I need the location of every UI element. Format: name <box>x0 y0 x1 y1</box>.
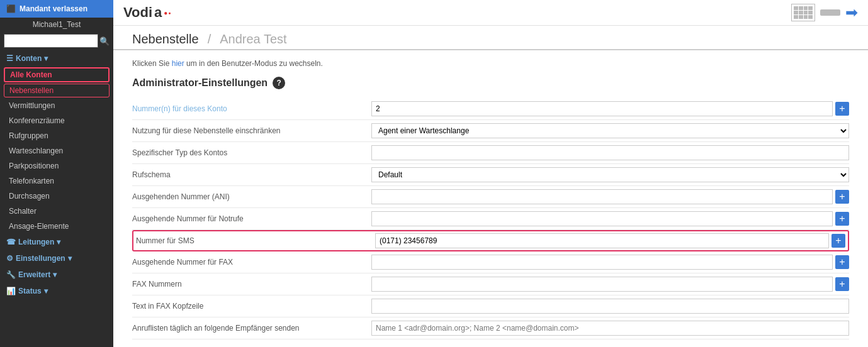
input-anruflisten[interactable] <box>371 321 849 336</box>
form-row-nummer: Nummer(n) für dieses Konto + <box>132 98 849 120</box>
form-row-sms: Nummer für SMS + <box>132 230 849 251</box>
form-control-fax-nummern: + <box>371 277 849 292</box>
input-ani[interactable] <box>371 189 833 204</box>
mandant-verlassen-button[interactable]: ⬛ Mandant verlassen <box>0 0 113 18</box>
page-subtitle: Andrea Test <box>220 32 286 47</box>
sidebar-item-rufgruppen[interactable]: Rufgruppen <box>0 128 113 143</box>
logo: Vodia●● <box>123 4 171 21</box>
user-mode-link[interactable]: hier <box>172 59 184 68</box>
form-control-nutzung: Agent einer Warteschlange <box>371 123 849 138</box>
logo-dot2: ● <box>168 11 171 15</box>
sidebar-item-alle-konten[interactable]: Alle Konten <box>4 67 110 82</box>
form-control-ani: + <box>371 189 849 204</box>
form-label-fax-nr: Ausgehende Nummer für FAX <box>132 258 371 267</box>
select-nutzung[interactable]: Agent einer Warteschlange <box>371 123 849 138</box>
topbar-button[interactable] <box>820 9 840 16</box>
plus-button-notruf[interactable]: + <box>835 212 849 226</box>
phone-icon: ☎ <box>6 238 16 246</box>
search-input[interactable] <box>4 34 98 48</box>
chevron-down-icon: ▾ <box>68 254 72 263</box>
logo-dot1: ● <box>164 9 167 16</box>
form-row-typ: Spezifischer Typ des Kontos <box>132 142 849 164</box>
logo-text: Vodi <box>123 4 152 21</box>
form-label-nutzung: Nutzung für diese Nebenstelle einschränk… <box>132 126 371 135</box>
form-row-fax-text: Text in FAX Kopfzeile <box>132 295 849 317</box>
gear-icon: ⚙ <box>6 254 13 263</box>
form-label-ani: Ausgehenden Nummer (ANI) <box>132 192 371 201</box>
form-control-fax-nr: + <box>371 255 849 270</box>
sidebar-item-telefonkarten[interactable]: Telefonkarten <box>0 174 113 189</box>
sidebar-item-konferenzraeume[interactable]: Konferenzräume <box>0 113 113 128</box>
sidebar-item-schalter[interactable]: Schalter <box>0 204 113 219</box>
username-display: Michael1_Test <box>0 18 113 31</box>
sidebar-section-leitungen[interactable]: ☎ Leitungen ▾ <box>0 234 113 250</box>
form-row-rufschema: Rufschema Default <box>132 164 849 186</box>
sidebar-item-nebenstellen[interactable]: Nebenstellen <box>4 84 110 97</box>
input-typ[interactable] <box>371 145 849 160</box>
topbar: Vodia●● ➡ <box>113 0 868 26</box>
sidebar-item-warteschlangen[interactable]: Warteschlangen <box>0 143 113 158</box>
chevron-down-icon: ▾ <box>44 287 48 295</box>
form-label-fax-text: Text in FAX Kopfzeile <box>132 302 371 311</box>
help-icon[interactable]: ? <box>273 77 285 89</box>
sidebar-section-einstellungen[interactable]: ⚙ Einstellungen ▾ <box>0 250 113 267</box>
form-label-fax-nummern: FAX Nummern <box>132 280 371 289</box>
plus-button-nummer[interactable]: + <box>835 102 849 116</box>
select-rufschema[interactable]: Default <box>371 167 849 182</box>
chart-icon: 📊 <box>6 287 16 295</box>
form-row-anruflisten: Anruflisten täglich an folgende Empfänge… <box>132 317 849 339</box>
input-fax-text[interactable] <box>371 299 849 314</box>
chevron-down-icon: ▾ <box>57 238 60 246</box>
form-label-sms: Nummer für SMS <box>136 236 375 245</box>
sidebar-item-vermittlungen[interactable]: Vermittlungen <box>0 98 113 113</box>
form-row-notruf: Ausgehende Nummer für Notrufe + <box>132 208 849 230</box>
form-control-sms: + <box>375 233 845 248</box>
form-control-notruf: + <box>371 211 849 226</box>
plus-button-ani[interactable]: + <box>835 190 849 204</box>
input-sms[interactable] <box>375 233 829 248</box>
form-label-nummer: Nummer(n) für dieses Konto <box>132 104 371 113</box>
sidebar-section-erweitert[interactable]: 🔧 Erweitert ▾ <box>0 267 113 283</box>
input-nummer[interactable] <box>371 101 833 116</box>
form-row-fax-nr: Ausgehende Nummer für FAX + <box>132 251 849 273</box>
sidebar-item-durchsagen[interactable]: Durchsagen <box>0 189 113 204</box>
page-separator: / <box>208 32 211 47</box>
page-title-row: Nebenstelle / Andrea Test <box>113 26 868 49</box>
form-label-rufschema: Rufschema <box>132 170 371 179</box>
user-mode-text: Klicken Sie hier um in den Benutzer-Modu… <box>132 59 849 68</box>
content-area: Klicken Sie hier um in den Benutzer-Modu… <box>113 50 868 347</box>
input-notruf[interactable] <box>371 211 833 226</box>
input-fax-nr[interactable] <box>371 255 833 270</box>
page-title: Nebenstelle <box>132 32 199 47</box>
form-row-fax-nummern: FAX Nummern + <box>132 273 849 295</box>
logo-a: a <box>154 4 162 21</box>
form-control-anruflisten <box>371 321 849 336</box>
plus-button-fax-nr[interactable]: + <box>835 255 849 269</box>
form-row-ani: Ausgehenden Nummer (ANI) + <box>132 186 849 208</box>
arrow-right-icon[interactable]: ➡ <box>845 4 858 21</box>
chevron-down-icon: ▾ <box>44 54 48 63</box>
sidebar-section-konten[interactable]: ☰ Konten ▾ <box>0 50 113 67</box>
plus-button-sms[interactable]: + <box>831 234 845 248</box>
sidebar-item-parkpositionen[interactable]: Parkpositionen <box>0 158 113 174</box>
form-label-notruf: Ausgehende Nummer für Notrufe <box>132 214 371 223</box>
sidebar-section-status[interactable]: 📊 Status ▾ <box>0 283 113 299</box>
input-fax-nummern[interactable] <box>371 277 833 292</box>
main-content: Vodia●● ➡ Nebenstelle / Andrea Test Allg… <box>113 0 868 347</box>
form-control-nummer: + <box>371 101 849 116</box>
wrench-icon: 🔧 <box>6 270 16 279</box>
form-label-anruflisten: Anruflisten täglich an folgende Empfänge… <box>132 324 371 333</box>
sidebar: ⬛ Mandant verlassen Michael1_Test 🔍 ☰ Ko… <box>0 0 113 347</box>
sidebar-item-ansage-elemente[interactable]: Ansage-Elemente <box>0 219 113 234</box>
chevron-down-icon: ▾ <box>53 270 57 279</box>
search-icon[interactable]: 🔍 <box>99 36 110 46</box>
form-control-typ <box>371 145 849 160</box>
grid-icon <box>791 4 815 21</box>
search-bar: 🔍 <box>0 31 113 50</box>
plus-button-fax-nummern[interactable]: + <box>835 277 849 291</box>
form-control-fax-text <box>371 299 849 314</box>
form-label-typ: Spezifischer Typ des Kontos <box>132 148 371 157</box>
list-icon: ☰ <box>6 54 13 63</box>
form-row-nutzung: Nutzung für diese Nebenstelle einschränk… <box>132 120 849 142</box>
topbar-right: ➡ <box>791 4 858 21</box>
